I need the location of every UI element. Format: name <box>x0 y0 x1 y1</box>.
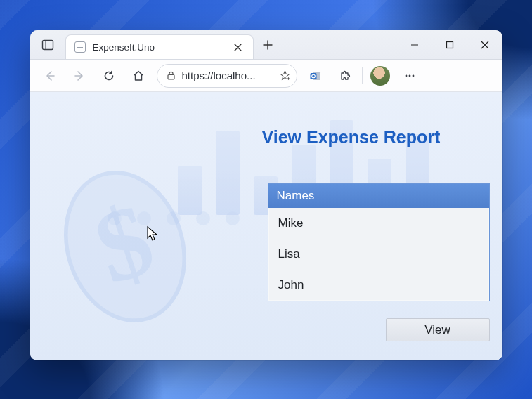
ellipsis-icon <box>403 70 416 82</box>
tab-title: ExpenseIt.Uno <box>93 42 223 53</box>
tab-favicon <box>74 41 86 53</box>
names-panel-header: Names <box>268 184 489 208</box>
mail-app-icon <box>309 69 323 83</box>
names-panel: Names Mike Lisa John <box>268 183 490 301</box>
puzzle-icon <box>339 70 351 82</box>
titlebar: ExpenseIt.Uno <box>30 30 502 60</box>
window-close-button[interactable] <box>467 30 502 59</box>
profile-button[interactable] <box>368 64 393 88</box>
window-minimize-button[interactable] <box>397 30 432 59</box>
address-url: https://localho... <box>182 70 273 81</box>
avatar <box>370 66 390 86</box>
home-icon <box>132 70 145 82</box>
page-title: View Expense Report <box>262 127 441 148</box>
mouse-cursor <box>146 225 159 242</box>
tab-close-button[interactable] <box>230 41 246 54</box>
maximize-icon <box>446 41 454 49</box>
plus-icon <box>263 40 273 50</box>
close-icon <box>234 44 242 51</box>
arrow-right-icon <box>73 70 86 82</box>
toolbar: https://localho... <box>30 60 502 92</box>
tab-actions-icon <box>41 39 54 51</box>
svg-rect-3 <box>446 41 453 48</box>
svg-point-10 <box>408 74 410 77</box>
nav-refresh-button[interactable] <box>96 64 122 88</box>
svg-rect-7 <box>310 73 316 79</box>
new-tab-button[interactable] <box>254 30 282 59</box>
page-content: $ View Expense Report Names Mike Lisa Jo… <box>30 92 502 360</box>
address-bar[interactable]: https://localho... <box>157 64 297 88</box>
view-button[interactable]: View <box>386 318 490 341</box>
window-maximize-button[interactable] <box>432 30 467 59</box>
more-menu-button[interactable] <box>397 64 422 88</box>
close-icon <box>481 41 489 49</box>
extensions-button[interactable] <box>332 64 358 88</box>
favorite-icon[interactable] <box>279 70 291 81</box>
svg-point-9 <box>405 74 407 77</box>
names-list[interactable]: Mike Lisa John <box>268 208 489 301</box>
svg-rect-0 <box>42 40 53 49</box>
minimize-icon <box>410 41 419 49</box>
browser-tab[interactable]: ExpenseIt.Uno <box>65 34 254 59</box>
lock-icon <box>166 70 176 81</box>
decorative-dollar: $ <box>44 155 206 338</box>
arrow-left-icon <box>44 70 56 82</box>
list-item[interactable]: John <box>268 270 489 301</box>
nav-home-button[interactable] <box>126 64 151 88</box>
browser-window: ExpenseIt.Uno <box>30 30 502 360</box>
svg-rect-4 <box>168 75 174 80</box>
refresh-icon <box>103 70 115 82</box>
tab-actions-button[interactable] <box>30 30 65 59</box>
nav-forward-button[interactable] <box>67 64 92 88</box>
outlook-extension-button[interactable] <box>303 64 328 88</box>
list-item[interactable]: Lisa <box>268 239 489 270</box>
svg-point-11 <box>412 74 414 77</box>
list-item[interactable]: Mike <box>268 208 489 239</box>
nav-back-button[interactable] <box>37 64 63 88</box>
window-controls <box>397 30 502 59</box>
